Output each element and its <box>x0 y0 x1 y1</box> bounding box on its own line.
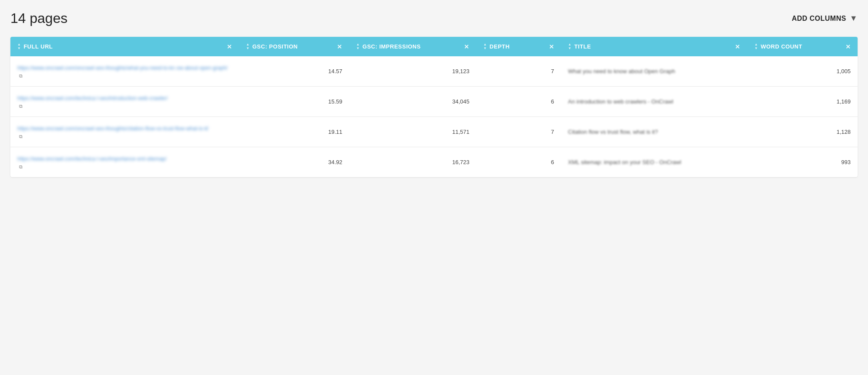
url-link-3[interactable]: https://www.oncrawl.com/technica l-seo/i… <box>17 155 232 163</box>
cell-gsc-position-2: 19.11 <box>239 117 349 147</box>
sort-arrows-depth[interactable]: ▲▼ <box>483 43 487 50</box>
top-bar: 14 pages ADD COLUMNS ▼ <box>10 10 858 26</box>
cell-title-1: An introduction to web crawlers - OnCraw… <box>561 87 747 117</box>
sort-arrows-full_url[interactable]: ▲▼ <box>17 43 21 50</box>
cell-gsc-impressions-1: 34,045 <box>349 87 476 117</box>
cell-word-count-3: 993 <box>747 147 858 178</box>
cell-gsc-position-3: 34.92 <box>239 147 349 178</box>
external-link-icon: ⧉ <box>19 73 24 78</box>
url-link-1[interactable]: https://www.oncrawl.com/technica l-seo/i… <box>17 94 232 102</box>
th-label-depth: DEPTH <box>489 43 510 50</box>
external-link-icon: ⧉ <box>19 103 24 109</box>
page-count: 14 pages <box>10 10 68 26</box>
add-columns-button[interactable]: ADD COLUMNS ▼ <box>792 14 858 23</box>
sort-arrows-gsc_impressions[interactable]: ▲▼ <box>356 43 360 50</box>
cell-depth-0: 7 <box>476 56 561 87</box>
table-row: https://www.oncrawl.com/technica l-seo/i… <box>10 87 858 117</box>
th-depth[interactable]: ▲▼DEPTH✕ <box>476 37 561 56</box>
table-body: https://www.oncrawl.com/oncrawl-seo-thou… <box>10 56 858 177</box>
cell-title-0: What you need to know about Open Graph <box>561 56 747 87</box>
close-col-word_count[interactable]: ✕ <box>845 44 851 50</box>
close-col-depth[interactable]: ✕ <box>549 44 555 50</box>
table-row: https://www.oncrawl.com/oncrawl-seo-thou… <box>10 56 858 87</box>
sort-arrows-word_count[interactable]: ▲▼ <box>754 43 758 50</box>
th-full_url[interactable]: ▲▼FULL URL✕ <box>10 37 239 56</box>
th-label-title: TITLE <box>574 43 591 50</box>
add-columns-label: ADD COLUMNS <box>792 15 846 23</box>
header-row: ▲▼FULL URL✕▲▼GSC: POSITION✕▲▼GSC: IMPRES… <box>10 37 858 56</box>
url-link-2[interactable]: https://www.oncrawl.com/oncrawl-seo-thou… <box>17 125 232 133</box>
close-col-gsc_position[interactable]: ✕ <box>337 44 343 50</box>
sort-arrows-title[interactable]: ▲▼ <box>568 43 571 50</box>
th-gsc_position[interactable]: ▲▼GSC: POSITION✕ <box>239 37 349 56</box>
external-link-icon: ⧉ <box>19 164 24 169</box>
sort-arrows-gsc_position[interactable]: ▲▼ <box>246 43 250 50</box>
cell-title-3: XML sitemap: impact on your SEO - OnCraw… <box>561 147 747 178</box>
cell-gsc-impressions-2: 11,571 <box>349 117 476 147</box>
cell-gsc-impressions-0: 19,123 <box>349 56 476 87</box>
external-link-icon: ⧉ <box>19 134 24 139</box>
cell-depth-2: 7 <box>476 117 561 147</box>
cell-title-2: Citation flow vs trust flow, what is it? <box>561 117 747 147</box>
th-title[interactable]: ▲▼TITLE✕ <box>561 37 747 56</box>
cell-gsc-position-1: 15.59 <box>239 87 349 117</box>
cell-word-count-1: 1,169 <box>747 87 858 117</box>
th-label-gsc_position: GSC: POSITION <box>252 43 298 50</box>
table-row: https://www.oncrawl.com/oncrawl-seo-thou… <box>10 117 858 147</box>
cell-word-count-0: 1,005 <box>747 56 858 87</box>
close-col-full_url[interactable]: ✕ <box>227 44 232 50</box>
th-word_count[interactable]: ▲▼WORD COUNT✕ <box>747 37 858 56</box>
table-row: https://www.oncrawl.com/technica l-seo/i… <box>10 147 858 178</box>
chevron-down-icon: ▼ <box>850 14 858 23</box>
cell-depth-3: 6 <box>476 147 561 178</box>
cell-url-2: https://www.oncrawl.com/oncrawl-seo-thou… <box>10 117 239 147</box>
cell-url-0: https://www.oncrawl.com/oncrawl-seo-thou… <box>10 56 239 87</box>
cell-depth-1: 6 <box>476 87 561 117</box>
table-header: ▲▼FULL URL✕▲▼GSC: POSITION✕▲▼GSC: IMPRES… <box>10 37 858 56</box>
th-gsc_impressions[interactable]: ▲▼GSC: IMPRESSIONS✕ <box>349 37 476 56</box>
th-label-gsc_impressions: GSC: IMPRESSIONS <box>362 43 421 50</box>
close-col-title[interactable]: ✕ <box>735 44 741 50</box>
th-label-full_url: FULL URL <box>23 43 52 50</box>
cell-url-1: https://www.oncrawl.com/technica l-seo/i… <box>10 87 239 117</box>
url-link-0[interactable]: https://www.oncrawl.com/oncrawl-seo-thou… <box>17 64 232 72</box>
data-table: ▲▼FULL URL✕▲▼GSC: POSITION✕▲▼GSC: IMPRES… <box>10 37 858 177</box>
cell-gsc-impressions-3: 16,723 <box>349 147 476 178</box>
data-table-container: ▲▼FULL URL✕▲▼GSC: POSITION✕▲▼GSC: IMPRES… <box>10 37 858 177</box>
th-label-word_count: WORD COUNT <box>760 43 802 50</box>
cell-word-count-2: 1,128 <box>747 117 858 147</box>
close-col-gsc_impressions[interactable]: ✕ <box>464 44 470 50</box>
cell-url-3: https://www.oncrawl.com/technica l-seo/i… <box>10 147 239 178</box>
cell-gsc-position-0: 14.57 <box>239 56 349 87</box>
